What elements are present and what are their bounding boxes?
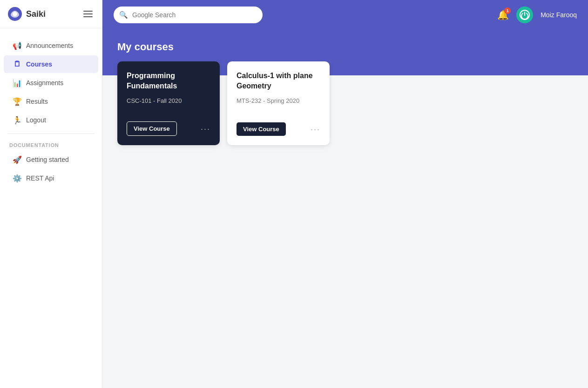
sidebar-label-rest-api: REST Api — [26, 174, 54, 182]
course-card-2-header: Calculus-1 with plane Geometry MTS-232 -… — [237, 71, 320, 112]
app-name: Saiki — [26, 9, 46, 19]
header-right-controls: 🔔 1 Moiz Farooq — [497, 7, 577, 23]
sidebar-label-assignments: Assignments — [26, 79, 63, 87]
sidebar-item-courses[interactable]: 🗒 Courses — [4, 55, 98, 73]
sidebar-divider — [7, 134, 95, 134]
search-icon: 🔍 — [119, 11, 128, 19]
logout-icon: 🏃 — [13, 116, 21, 124]
search-input[interactable] — [114, 7, 263, 23]
page-body — [102, 145, 588, 167]
page-title: My courses — [117, 41, 573, 53]
hamburger-line-1 — [83, 11, 93, 12]
sidebar-label-getting-started: Getting started — [26, 156, 69, 163]
sidebar-header: Saiki — [0, 0, 102, 28]
sidebar-item-announcements[interactable]: 📢 Announcements — [4, 37, 98, 54]
content-area: My courses Programming Fundamentals CSC-… — [102, 30, 588, 388]
sidebar-item-assignments[interactable]: 📊 Assignments — [4, 74, 98, 92]
courses-icon: 🗒 — [13, 60, 21, 68]
course-2-menu-button[interactable]: ··· — [311, 125, 320, 134]
course-2-footer: View Course ··· — [237, 122, 320, 136]
notification-badge: 1 — [504, 7, 511, 14]
main-area: 🔍 🔔 1 Moiz Farooq My courses — [102, 0, 588, 388]
sidebar-item-results[interactable]: 🏆 Results — [4, 93, 98, 110]
sidebar-label-results: Results — [26, 98, 48, 105]
sidebar-label-courses: Courses — [26, 60, 52, 68]
courses-cards-container: Programming Fundamentals CSC-101 - Fall … — [102, 61, 588, 145]
hamburger-menu-button[interactable] — [81, 9, 95, 19]
user-avatar — [516, 7, 533, 23]
announcements-icon: 📢 — [13, 41, 21, 50]
results-icon: 🏆 — [13, 97, 21, 106]
documentation-section-label: DOCUMENTATION — [0, 139, 102, 150]
notification-button[interactable]: 🔔 1 — [497, 9, 509, 20]
sidebar-nav: 📢 Announcements 🗒 Courses 📊 Assignments … — [0, 28, 102, 388]
course-1-menu-button[interactable]: ··· — [201, 125, 210, 133]
sidebar-item-getting-started[interactable]: 🚀 Getting started — [4, 151, 98, 168]
logo: Saiki — [7, 7, 46, 21]
getting-started-icon: 🚀 — [13, 155, 21, 164]
saiki-logo-icon — [7, 7, 22, 21]
course-1-title: Programming Fundamentals — [127, 71, 210, 92]
sidebar: Saiki 📢 Announcements 🗒 Courses 📊 Assign… — [0, 0, 102, 388]
course-card-2: Calculus-1 with plane Geometry MTS-232 -… — [227, 61, 330, 145]
power-icon — [520, 10, 530, 20]
sidebar-item-logout[interactable]: 🏃 Logout — [4, 111, 98, 129]
hamburger-line-3 — [83, 16, 93, 17]
user-name-label: Moiz Farooq — [541, 11, 577, 19]
course-1-code: CSC-101 - Fall 2020 — [127, 97, 210, 104]
view-course-2-button[interactable]: View Course — [237, 122, 286, 136]
course-card-1: Programming Fundamentals CSC-101 - Fall … — [117, 61, 220, 145]
sidebar-label-announcements: Announcements — [26, 42, 73, 49]
course-card-1-header: Programming Fundamentals CSC-101 - Fall … — [127, 71, 210, 112]
top-header: 🔍 🔔 1 Moiz Farooq — [102, 0, 588, 30]
sidebar-item-rest-api[interactable]: ⚙️ REST Api — [4, 169, 98, 187]
rest-api-icon: ⚙️ — [13, 174, 21, 182]
assignments-icon: 📊 — [13, 79, 21, 87]
sidebar-label-logout: Logout — [26, 116, 46, 124]
view-course-1-button[interactable]: View Course — [127, 121, 177, 136]
svg-point-1 — [13, 12, 17, 16]
course-2-code: MTS-232 - Spring 2020 — [237, 97, 320, 104]
course-1-footer: View Course ··· — [127, 121, 210, 136]
hamburger-line-2 — [83, 13, 93, 14]
search-bar-wrapper: 🔍 — [114, 7, 263, 23]
course-2-title: Calculus-1 with plane Geometry — [237, 71, 320, 92]
